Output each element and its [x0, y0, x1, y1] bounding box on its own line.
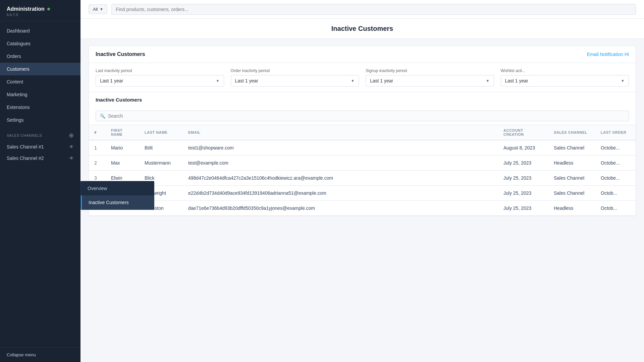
sidebar-item-marketing[interactable]: Marketing: [0, 88, 80, 101]
add-channel-icon[interactable]: ⊕: [69, 132, 74, 139]
cell-firstname: Max: [106, 156, 139, 171]
table-row[interactable]: 5 Johnnie Johnston dae71e6e736b4d93b20df…: [89, 201, 636, 216]
cell-email: e22d4b2d734d40d9ace834fd13919406adrianna…: [183, 186, 498, 201]
signup-inactivity-label: Signup inactivity period: [366, 68, 494, 73]
sidebar-item-orders[interactable]: Orders: [0, 50, 80, 63]
last-inactivity-select-wrap: Last 1 year Last 6 months Last 3 months …: [96, 75, 224, 86]
sidebar-header: Administration 6.6.7.0: [0, 0, 80, 21]
collapse-menu-button[interactable]: Collapse menu: [0, 347, 80, 362]
cell-email: test1@shopware.com: [183, 140, 498, 156]
sidebar-item-label: Content: [7, 79, 23, 84]
wishlist-label: Wishlist acti...: [501, 68, 629, 73]
table-row[interactable]: 2 Max Mustermann test@example.com July 2…: [89, 156, 636, 171]
email-notification-button[interactable]: Email Notification Hi: [587, 52, 629, 57]
cell-channel: Sales Channel: [548, 171, 595, 186]
sidebar-item-label: Customers: [7, 66, 30, 72]
cell-account: August 8, 2023: [498, 140, 548, 156]
table-header-row: # FIRST NAME LAST NAME EMAIL ACCOUNT CRE…: [89, 125, 636, 140]
topbar: All ▼: [80, 0, 644, 19]
chevron-down-icon: ▼: [216, 79, 220, 83]
status-dot: [47, 8, 50, 10]
table-row[interactable]: 4 Fiona Cartwright e22d4b2d734d40d9ace83…: [89, 186, 636, 201]
signup-inactivity-select[interactable]: Last 1 year Last 6 months: [370, 78, 483, 83]
order-inactivity-select[interactable]: Last 1 year Last 6 months: [235, 78, 348, 83]
sidebar-channel-2[interactable]: Sales Channel #2 👁: [0, 153, 80, 164]
customers-submenu: Overview Inactive Customers: [80, 181, 154, 210]
card-title: Inactive Customers: [96, 51, 145, 57]
filter-label: All: [93, 7, 98, 12]
app-name: Administration: [7, 6, 74, 12]
order-inactivity-select-wrap: Last 1 year Last 6 months ▼: [231, 75, 359, 86]
search-filter-button[interactable]: All ▼: [89, 4, 107, 14]
order-inactivity-filter: Order inactivity period Last 1 year Last…: [231, 68, 359, 86]
page-title: Inactive Customers: [80, 19, 644, 39]
section-label: Sales Channels: [7, 133, 42, 137]
app-title: Administration: [7, 6, 45, 12]
cell-lastname: Mustermann: [139, 156, 183, 171]
eye-icon[interactable]: 👁: [69, 144, 74, 149]
table-search-wrap: 🔍: [89, 107, 636, 125]
wishlist-select-wrap: Last 1 year Last 6 months ▼: [501, 75, 629, 86]
chevron-down-icon: ▼: [351, 79, 355, 83]
last-inactivity-filter: Last inactivity period Last 1 year Last …: [96, 68, 224, 86]
table-row[interactable]: 1 Mario Bölt test1@shopware.com August 8…: [89, 140, 636, 156]
sidebar-item-label: Marketing: [7, 92, 27, 97]
wishlist-select[interactable]: Last 1 year Last 6 months: [505, 78, 619, 83]
col-header-lastorder: LAST ORDER: [595, 125, 636, 140]
cell-lastorder: Octobe...: [595, 140, 636, 156]
inactive-customers-card: Inactive Customers Email Notification Hi…: [89, 46, 636, 216]
app-version: 6.6.7.0: [7, 13, 74, 17]
submenu-item-overview[interactable]: Overview: [81, 181, 154, 195]
chevron-down-icon: ▼: [100, 7, 103, 11]
cell-account: July 25, 2023: [498, 186, 548, 201]
global-search-input[interactable]: [116, 7, 632, 12]
sidebar-item-label: Extensions: [7, 105, 30, 110]
global-search-wrap: [111, 4, 636, 15]
cell-channel: Sales Channel: [548, 140, 595, 156]
cell-num: 2: [89, 156, 106, 171]
cell-account: July 25, 2023: [498, 201, 548, 216]
sidebar-item-content[interactable]: Content: [0, 75, 80, 88]
cell-lastorder: Octobe...: [595, 156, 636, 171]
col-header-firstname: FIRST NAME: [106, 125, 139, 140]
cell-email: 498d47c2e0464dfca427c2a3e15106c4hodkiewi…: [183, 171, 498, 186]
order-inactivity-label: Order inactivity period: [231, 68, 359, 73]
channel-label: Sales Channel #2: [7, 156, 44, 161]
cell-channel: Headless: [548, 156, 595, 171]
sales-channels-section: Sales Channels ⊕: [0, 126, 80, 141]
cell-firstname: Mario: [106, 140, 139, 156]
signup-inactivity-select-wrap: Last 1 year Last 6 months ▼: [366, 75, 494, 86]
col-header-num: #: [89, 125, 106, 140]
chevron-down-icon: ▼: [621, 79, 625, 83]
last-inactivity-select[interactable]: Last 1 year Last 6 months Last 3 months: [100, 78, 213, 83]
sidebar-item-dashboard[interactable]: Dashboard: [0, 24, 80, 37]
sidebar-item-settings[interactable]: Settings: [0, 114, 80, 126]
submenu-label: Inactive Customers: [89, 200, 129, 205]
submenu-item-inactive-customers[interactable]: Inactive Customers: [81, 195, 154, 209]
sidebar-item-customers[interactable]: Customers: [0, 63, 80, 75]
customers-table: # FIRST NAME LAST NAME EMAIL ACCOUNT CRE…: [89, 125, 636, 216]
sidebar-item-label: Catalogues: [7, 41, 31, 46]
cell-lastname: Bölt: [139, 140, 183, 156]
sidebar-item-extensions[interactable]: Extensions: [0, 101, 80, 114]
table-search: 🔍: [96, 111, 629, 121]
sidebar-item-label: Dashboard: [7, 28, 30, 34]
main-content: All ▼ Inactive Customers Inactive Custom…: [80, 0, 644, 362]
filter-row: Last inactivity period Last 1 year Last …: [89, 63, 636, 92]
table-search-input[interactable]: [108, 113, 625, 119]
table-section-title: Inactive Customers: [89, 92, 636, 107]
cell-lastorder: Octob...: [595, 201, 636, 216]
sidebar-item-catalogues[interactable]: Catalogues: [0, 37, 80, 50]
table-row[interactable]: 3 Elwin Blick 498d47c2e0464dfca427c2a3e1…: [89, 171, 636, 186]
col-header-email: EMAIL: [183, 125, 498, 140]
col-header-account: ACCOUNT CREATION: [498, 125, 548, 140]
table-body: 1 Mario Bölt test1@shopware.com August 8…: [89, 140, 636, 216]
col-header-lastname: LAST NAME: [139, 125, 183, 140]
signup-inactivity-filter: Signup inactivity period Last 1 year Las…: [366, 68, 494, 86]
sidebar-channel-1[interactable]: Sales Channel #1 👁: [0, 141, 80, 153]
page-content: Inactive Customers Inactive Customers Em…: [80, 19, 644, 362]
cell-account: July 25, 2023: [498, 156, 548, 171]
sidebar-item-label: Settings: [7, 117, 24, 123]
collapse-label: Collapse menu: [7, 352, 36, 357]
eye-icon[interactable]: 👁: [69, 156, 74, 161]
